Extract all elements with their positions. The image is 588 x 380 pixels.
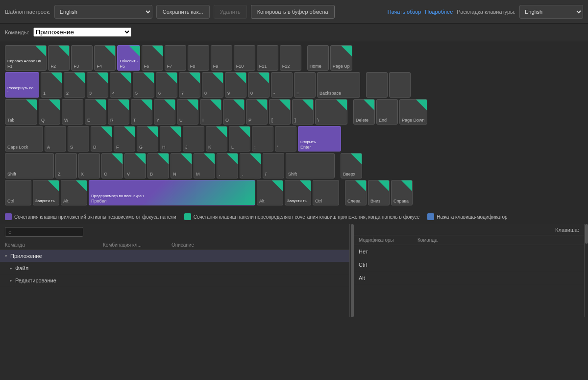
key-period[interactable]: .: [240, 153, 261, 178]
more-info-link[interactable]: Подробнее: [425, 9, 453, 15]
key-t[interactable]: T: [131, 99, 152, 125]
key-f2[interactable]: F2: [48, 45, 70, 71]
key-home[interactable]: Home: [307, 45, 329, 71]
key-f8[interactable]: F8: [188, 45, 209, 71]
key-f5[interactable]: Обновить F5: [117, 45, 140, 71]
key-i[interactable]: I: [200, 99, 221, 125]
key-backslash[interactable]: \: [315, 99, 347, 125]
group-row-edit[interactable]: ▸ Редактирование: [0, 275, 349, 287]
key-9[interactable]: 9: [225, 72, 246, 98]
key-pageup[interactable]: Page Up: [330, 45, 352, 71]
key-slash[interactable]: /: [263, 153, 284, 178]
key-e[interactable]: E: [85, 99, 106, 125]
key-5[interactable]: 5: [133, 72, 154, 98]
key-f10[interactable]: F10: [234, 45, 255, 71]
key-d[interactable]: D: [91, 126, 112, 152]
key-o[interactable]: O: [223, 99, 245, 125]
key-k[interactable]: K: [206, 126, 227, 152]
key-6[interactable]: 6: [156, 72, 177, 98]
key-alt-right[interactable]: Alt: [257, 180, 283, 205]
key-l[interactable]: L: [229, 126, 250, 152]
key-a[interactable]: A: [45, 126, 66, 152]
key-f[interactable]: F: [114, 126, 135, 152]
key-m[interactable]: M: [194, 153, 215, 178]
key-g[interactable]: G: [137, 126, 158, 152]
key-capslock[interactable]: Caps Lock: [5, 126, 43, 152]
key-h[interactable]: H: [160, 126, 181, 152]
key-f4[interactable]: F4: [94, 45, 116, 71]
key-alt-left[interactable]: Запусти ть: [33, 180, 59, 205]
group-row-file[interactable]: ▸ Файл: [0, 262, 349, 275]
search-input[interactable]: [14, 229, 77, 235]
key-down[interactable]: Вниз: [368, 180, 390, 205]
key-pagedown-top[interactable]: [389, 72, 411, 98]
key-u[interactable]: U: [177, 99, 198, 125]
group-row-app[interactable]: ▾ Приложение: [0, 250, 349, 262]
key-tilde[interactable]: Развернуть па... `: [5, 72, 39, 98]
key-f1[interactable]: Справка Adobe Bri... F1: [5, 45, 47, 71]
key-z[interactable]: Z: [55, 153, 77, 178]
key-backspace[interactable]: Backspace: [317, 72, 360, 98]
key-x[interactable]: X: [78, 153, 100, 178]
key-comma[interactable]: ,: [217, 153, 238, 178]
key-f9[interactable]: F9: [211, 45, 232, 71]
key-equals[interactable]: =: [294, 72, 316, 98]
key-f7[interactable]: F7: [165, 45, 186, 71]
key-semicolon[interactable]: ;: [252, 126, 273, 152]
key-pagedown[interactable]: Page Down: [399, 99, 427, 125]
key-f3[interactable]: F3: [71, 45, 93, 71]
key-win-left[interactable]: Alt: [61, 180, 87, 205]
key-lbracket[interactable]: [: [269, 99, 291, 125]
delete-button[interactable]: Удалить: [214, 5, 247, 19]
key-j[interactable]: J: [183, 126, 204, 152]
save-button[interactable]: Сохранить как...: [156, 5, 210, 19]
key-v[interactable]: V: [124, 153, 146, 178]
right-row-1[interactable]: Ctrl: [354, 258, 584, 272]
key-f11[interactable]: F11: [257, 45, 278, 71]
key-7[interactable]: 7: [179, 72, 200, 98]
key-delete[interactable]: Delete: [353, 99, 375, 125]
template-select[interactable]: English: [54, 5, 152, 19]
key-up[interactable]: Вверх: [341, 153, 362, 178]
key-f6[interactable]: F6: [142, 45, 163, 71]
copy-clipboard-button[interactable]: Копировать в буфер обмена: [251, 5, 335, 19]
key-f12[interactable]: F12: [280, 45, 301, 71]
key-quote[interactable]: ': [275, 126, 296, 152]
key-right[interactable]: Справа: [391, 180, 413, 205]
key-0[interactable]: 0: [248, 72, 270, 98]
right-row-2[interactable]: Alt: [354, 272, 584, 285]
key-ctrl-left[interactable]: Ctrl: [5, 180, 31, 205]
key-q[interactable]: Q: [39, 99, 60, 125]
key-end-top[interactable]: [366, 72, 388, 98]
start-tour-link[interactable]: Начать обзор: [388, 9, 421, 15]
key-n[interactable]: N: [171, 153, 192, 178]
key-win-right[interactable]: Запусти ть: [285, 180, 311, 205]
key-w[interactable]: W: [62, 99, 83, 125]
commands-select[interactable]: Приложение: [33, 27, 131, 37]
key-shift-right[interactable]: Shift: [286, 153, 335, 178]
key-b[interactable]: B: [147, 153, 169, 178]
right-row-0[interactable]: Нет: [354, 245, 584, 258]
key-shift-left[interactable]: Shift: [5, 153, 54, 178]
key-enter[interactable]: Открыть Enter: [298, 126, 341, 152]
key-ctrl-right[interactable]: Ctrl: [313, 180, 339, 205]
key-s[interactable]: S: [68, 126, 89, 152]
key-p[interactable]: P: [246, 99, 268, 125]
key-3[interactable]: 3: [87, 72, 108, 98]
key-end[interactable]: End: [376, 99, 398, 125]
key-y[interactable]: Y: [154, 99, 175, 125]
key-space[interactable]: Предпросмотр во весь экран Пробел: [89, 180, 255, 205]
key-left[interactable]: Слева: [345, 180, 367, 205]
scrollbar-thumb[interactable]: [351, 224, 354, 317]
right-scrollbar-thumb[interactable]: [585, 224, 588, 244]
key-c[interactable]: C: [101, 153, 123, 178]
key-8[interactable]: 8: [202, 72, 223, 98]
key-2[interactable]: 2: [64, 72, 85, 98]
key-1[interactable]: 1: [41, 72, 62, 98]
key-tab[interactable]: Tab: [5, 99, 37, 125]
key-4[interactable]: 4: [110, 72, 131, 98]
key-minus[interactable]: -: [271, 72, 293, 98]
key-r[interactable]: R: [108, 99, 129, 125]
layout-select[interactable]: English: [519, 5, 583, 19]
key-rbracket[interactable]: ]: [292, 99, 314, 125]
